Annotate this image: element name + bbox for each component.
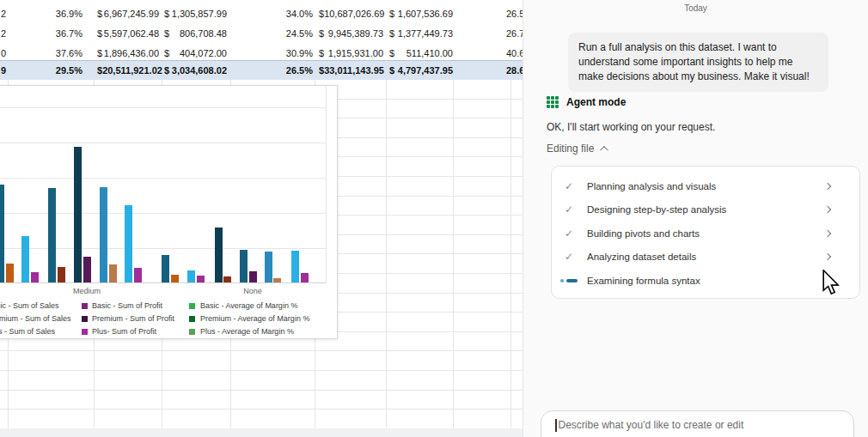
bar-sky <box>21 236 29 282</box>
task-item[interactable]: ✓Designing step-by-step analysis <box>552 198 859 222</box>
user-message-text: Run a full analysis on this dataset. I w… <box>578 41 810 82</box>
legend-swatch <box>189 316 195 322</box>
bar-blue <box>100 187 107 282</box>
task-item[interactable]: ✓Planning analysis and visuals <box>552 174 859 198</box>
chart-plot-area <box>0 86 327 283</box>
table-row[interactable]: 236.7%$5,597,062.48$806,708.4824.5%$9,94… <box>0 24 523 43</box>
gridline-h <box>0 350 523 351</box>
check-icon: ✓ <box>565 180 578 192</box>
category-label: None <box>243 287 262 295</box>
in-progress-icon <box>560 279 578 282</box>
bar-sky <box>125 205 132 282</box>
gridline-v <box>453 79 454 437</box>
cell-p2[interactable]: 24.5% <box>275 24 313 43</box>
cell-m3[interactable]: $9,945,389.73 <box>319 24 383 43</box>
pivot-chart[interactable]: MediumNone Basic - Sum of SalesBasic - S… <box>0 85 338 339</box>
bar-teal <box>162 255 169 282</box>
agent-mode-header: Agent mode <box>547 96 626 108</box>
cell-value: 33,011,143.95 <box>324 61 384 80</box>
chevron-right-icon[interactable] <box>824 183 831 190</box>
cell-value: 6,967,245.99 <box>104 4 159 23</box>
spreadsheet-area[interactable]: 236.9%$6,967,245.99$1,305,857.9934.0%$10… <box>0 0 523 437</box>
copilot-panel: Today Run a full analysis on this datase… <box>523 0 868 437</box>
bar-plum <box>83 257 91 282</box>
bar-plum <box>249 271 257 282</box>
task-item[interactable]: ✓Analyzing dataset details <box>552 246 859 270</box>
cell-value: 4,797,437.95 <box>398 61 453 80</box>
cell-p1[interactable]: 36.9% <box>43 4 83 23</box>
cell-p2[interactable]: 34.0% <box>275 4 313 23</box>
chart-x-axis <box>0 282 327 283</box>
check-icon: ✓ <box>565 203 578 215</box>
cell-p2[interactable]: 26.5% <box>275 61 313 80</box>
cell-a[interactable]: 9 <box>1 61 11 80</box>
task-item[interactable]: Examining formula syntax <box>552 269 859 293</box>
excel-grid-icon <box>547 96 559 108</box>
check-icon: ✓ <box>565 228 578 240</box>
cell-p3[interactable]: 26.5% <box>506 4 523 23</box>
agent-mode-label: Agent mode <box>566 96 626 108</box>
currency-symbol: $ <box>319 24 324 43</box>
bar-navy <box>215 228 223 282</box>
cell-p3[interactable]: 26.7% <box>506 24 523 43</box>
gridline-h <box>0 390 523 391</box>
currency-symbol: $ <box>97 24 102 43</box>
cell-value: 20,511,921.02 <box>102 61 162 80</box>
cell-a[interactable]: 2 <box>1 4 11 23</box>
bar-orange <box>171 275 179 282</box>
table-row[interactable]: 236.9%$6,967,245.99$1,305,857.9934.0%$10… <box>0 4 523 23</box>
task-label: Analyzing dataset details <box>587 252 696 262</box>
cell-m3[interactable]: $33,011,143.95 <box>319 61 383 80</box>
table-total-row[interactable]: 929.5%$20,511,921.02$3,034,608.0226.5%$3… <box>0 60 523 80</box>
bar-magenta <box>301 273 309 282</box>
editing-file-toggle[interactable]: Editing file <box>547 143 606 155</box>
cell-m4[interactable]: $4,797,437.95 <box>389 61 453 80</box>
cell-a[interactable]: 2 <box>1 24 11 43</box>
cell-m3[interactable]: $10,687,026.69 <box>319 4 383 23</box>
cell-m2[interactable]: $1,305,857.99 <box>164 4 227 23</box>
chevron-right-icon[interactable] <box>824 253 831 260</box>
cell-m4[interactable]: $1,607,536.69 <box>389 4 453 23</box>
legend-entry-margin: Plus - Average of Margin % <box>0 327 339 337</box>
bar-sky <box>291 251 299 282</box>
agent-task-list: ✓Planning analysis and visuals✓Designing… <box>551 166 860 299</box>
cell-p1[interactable]: 36.7% <box>43 24 83 43</box>
cell-value: 9,945,389.73 <box>328 24 383 43</box>
task-label: Building pivots and charts <box>587 228 700 239</box>
bar-teal <box>0 185 4 282</box>
cell-m1[interactable]: $20,511,921.02 <box>97 61 159 80</box>
cell-m1[interactable]: $5,597,062.48 <box>97 24 159 43</box>
chat-input-placeholder: Describe what you'd like to create or ed… <box>559 419 744 431</box>
legend-entry-margin: Premium - Average of Margin % <box>0 314 339 325</box>
legend-label: Premium - Average of Margin % <box>200 314 309 324</box>
check-icon: ✓ <box>565 251 578 263</box>
excel-copilot-screen: 236.9%$6,967,245.99$1,305,857.9934.0%$10… <box>0 0 868 437</box>
chevron-right-icon[interactable] <box>824 230 831 237</box>
mouse-cursor <box>822 270 840 297</box>
currency-symbol: $ <box>389 4 394 23</box>
cell-m2[interactable]: $806,708.48 <box>164 24 227 43</box>
cell-p3[interactable]: 28.6% <box>506 61 523 80</box>
cell-p1[interactable]: 29.5% <box>43 61 83 80</box>
cell-value: 1,377,449.73 <box>398 24 453 43</box>
bar-tan <box>109 264 117 282</box>
cell-m2[interactable]: $3,034,608.02 <box>164 61 227 80</box>
currency-symbol: $ <box>97 4 102 23</box>
task-label: Designing step-by-step analysis <box>587 204 726 215</box>
cell-m1[interactable]: $6,967,245.99 <box>97 4 159 23</box>
legend-entry-margin: Basic - Average of Margin % <box>0 301 339 312</box>
chevron-right-icon[interactable] <box>824 206 831 213</box>
legend-swatch <box>189 329 195 335</box>
cell-value: 806,708.48 <box>180 24 227 43</box>
chat-input[interactable]: Describe what you'd like to create or ed… <box>541 410 854 437</box>
gridline-h <box>0 370 523 371</box>
cell-value: 5,597,062.48 <box>104 24 159 43</box>
cell-value: 1,607,536.69 <box>398 4 453 23</box>
bar-tan <box>273 278 281 282</box>
cell-m4[interactable]: $1,377,449.73 <box>389 24 453 43</box>
text-caret <box>555 419 557 432</box>
bar-magenta <box>197 276 205 282</box>
bar-magenta <box>134 268 142 282</box>
task-item[interactable]: ✓Building pivots and charts <box>552 222 859 246</box>
chevron-up-icon <box>600 145 608 154</box>
